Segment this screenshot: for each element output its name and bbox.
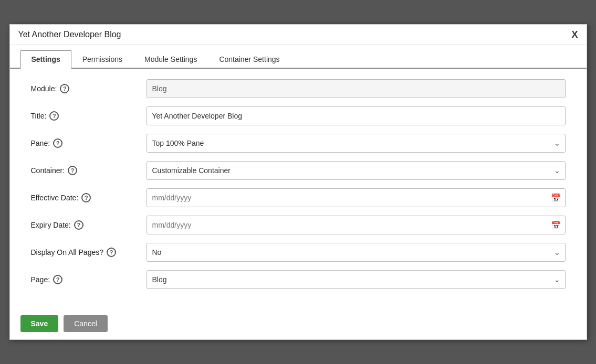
modal-body: Module: ? Title: ? Pane: ? — [10, 69, 587, 308]
tab-settings[interactable]: Settings — [20, 50, 71, 69]
title-row: Title: ? — [31, 106, 566, 125]
container-row: Container: ? Customizable Container Defa… — [31, 161, 566, 180]
modal-overlay: Yet Another Developer Blog X Settings Pe… — [0, 0, 596, 364]
display-all-pages-label: Display On All Pages? ? — [31, 248, 147, 257]
tab-permissions[interactable]: Permissions — [71, 50, 133, 69]
pane-row: Pane: ? Top 100% Pane ContentPane Bottom… — [31, 134, 566, 153]
effective-date-help-icon[interactable]: ? — [81, 193, 91, 202]
container-help-icon[interactable]: ? — [68, 166, 77, 175]
effective-date-wrapper: 📅 — [147, 188, 566, 207]
module-label: Module: ? — [31, 84, 147, 93]
expiry-date-row: Expiry Date: ? 📅 — [31, 216, 566, 234]
modal-dialog: Yet Another Developer Blog X Settings Pe… — [9, 24, 587, 340]
module-row: Module: ? — [31, 79, 566, 98]
display-all-pages-row: Display On All Pages? ? No Yes ⌄ — [31, 243, 566, 262]
pane-select-wrapper: Top 100% Pane ContentPane BottomPane ⌄ — [147, 134, 566, 153]
display-all-pages-select-wrapper: No Yes ⌄ — [147, 243, 566, 262]
display-all-pages-select[interactable]: No Yes — [147, 243, 566, 262]
effective-date-input[interactable] — [147, 188, 566, 207]
modal-footer: Save Cancel — [10, 308, 587, 339]
module-help-icon[interactable]: ? — [60, 84, 69, 93]
expiry-date-label: Expiry Date: ? — [31, 220, 147, 230]
effective-date-row: Effective Date: ? 📅 — [31, 188, 566, 207]
page-row: Page: ? Blog Home About ⌄ — [31, 270, 566, 289]
container-label: Container: ? — [31, 166, 147, 175]
modal-title: Yet Another Developer Blog — [18, 30, 121, 39]
page-label: Page: ? — [31, 275, 147, 284]
title-help-icon[interactable]: ? — [49, 111, 59, 121]
save-button[interactable]: Save — [20, 315, 59, 332]
cancel-button[interactable]: Cancel — [64, 315, 108, 332]
title-input[interactable] — [147, 106, 566, 125]
tab-module-settings[interactable]: Module Settings — [133, 50, 208, 69]
container-select-wrapper: Customizable Container Default Container… — [147, 161, 566, 180]
close-button[interactable]: X — [571, 30, 578, 39]
expiry-date-wrapper: 📅 — [147, 216, 566, 234]
page-select[interactable]: Blog Home About — [147, 270, 566, 289]
page-select-wrapper: Blog Home About ⌄ — [147, 270, 566, 289]
container-select[interactable]: Customizable Container Default Container… — [147, 161, 566, 180]
module-input — [147, 79, 566, 98]
expiry-date-help-icon[interactable]: ? — [74, 220, 83, 230]
modal-header: Yet Another Developer Blog X — [10, 25, 587, 45]
tab-container-settings[interactable]: Container Settings — [208, 50, 290, 69]
pane-select[interactable]: Top 100% Pane ContentPane BottomPane — [147, 134, 566, 153]
effective-date-label: Effective Date: ? — [31, 193, 147, 202]
tabs-bar: Settings Permissions Module Settings Con… — [10, 50, 587, 69]
expiry-date-input[interactable] — [147, 216, 566, 234]
page-help-icon[interactable]: ? — [53, 275, 62, 284]
pane-help-icon[interactable]: ? — [53, 138, 62, 148]
display-all-pages-help-icon[interactable]: ? — [107, 248, 116, 257]
pane-label: Pane: ? — [31, 138, 147, 148]
title-label: Title: ? — [31, 111, 147, 121]
